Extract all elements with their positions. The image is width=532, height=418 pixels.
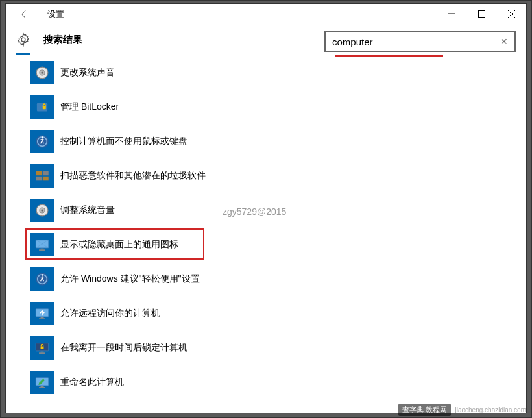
result-label: 重命名此计算机 bbox=[60, 376, 124, 388]
remote-icon bbox=[30, 302, 54, 325]
result-item[interactable]: 管理 BitLocker bbox=[30, 94, 290, 120]
result-label: 显示或隐藏桌面上的通用图标 bbox=[60, 239, 178, 251]
annotation-underline bbox=[335, 55, 443, 57]
result-item[interactable]: 允许 Windows 建议"轻松使用"设置 bbox=[30, 266, 290, 292]
close-button[interactable] bbox=[496, 4, 526, 23]
svg-rect-1 bbox=[478, 10, 485, 17]
result-item[interactable]: 扫描恶意软件和其他潜在的垃圾软件 bbox=[30, 163, 290, 189]
svg-point-7 bbox=[41, 71, 43, 73]
svg-rect-31 bbox=[41, 352, 44, 353]
monitor-icon bbox=[30, 233, 54, 256]
accessibility-icon bbox=[30, 130, 54, 153]
clear-search-icon[interactable]: ✕ bbox=[498, 36, 511, 47]
svg-rect-35 bbox=[39, 387, 45, 388]
results-list: 更改系统声音管理 BitLocker控制计算机而不使用鼠标或键盘扫描恶意软件和其… bbox=[30, 60, 290, 404]
svg-point-4 bbox=[21, 38, 25, 42]
speaker-icon bbox=[30, 61, 54, 84]
defender-icon bbox=[30, 164, 54, 188]
svg-rect-30 bbox=[41, 347, 44, 349]
svg-rect-27 bbox=[41, 317, 44, 319]
settings-window: 设置 搜索结果 bbox=[5, 3, 527, 413]
rename-monitor-icon bbox=[30, 371, 54, 394]
back-button[interactable] bbox=[14, 4, 34, 25]
minimize-button[interactable] bbox=[437, 4, 466, 23]
result-label: 控制计算机而不使用鼠标或键盘 bbox=[60, 136, 187, 147]
result-label: 更改系统声音 bbox=[60, 67, 115, 79]
result-item[interactable]: 重命名此计算机 bbox=[30, 369, 290, 395]
svg-rect-34 bbox=[41, 386, 44, 387]
svg-rect-15 bbox=[36, 177, 42, 181]
search-box[interactable]: ✕ bbox=[324, 31, 516, 52]
gear-icon bbox=[16, 32, 30, 47]
svg-rect-13 bbox=[36, 171, 42, 176]
result-item[interactable]: 更改系统声音 bbox=[30, 60, 290, 86]
svg-rect-16 bbox=[43, 177, 49, 181]
result-label: 扫描恶意软件和其他潜在的垃圾软件 bbox=[60, 170, 206, 182]
search-input[interactable] bbox=[332, 36, 498, 47]
page-title: 搜索结果 bbox=[43, 34, 82, 46]
svg-rect-14 bbox=[43, 171, 49, 176]
window-title: 设置 bbox=[47, 8, 64, 20]
svg-point-19 bbox=[41, 209, 43, 211]
footer-badge: 查字典 教程网 bbox=[398, 404, 451, 416]
svg-rect-32 bbox=[39, 352, 45, 354]
titlebar: 设置 bbox=[6, 4, 526, 25]
result-item[interactable]: 允许远程访问你的计算机 bbox=[30, 301, 290, 326]
footer-url: jiaocheng.chazidian.com bbox=[455, 406, 526, 413]
title-underline bbox=[16, 53, 30, 55]
result-label: 调整系统音量 bbox=[60, 204, 115, 216]
svg-rect-9 bbox=[43, 106, 46, 109]
svg-rect-28 bbox=[39, 318, 45, 319]
maximize-button[interactable] bbox=[466, 4, 496, 23]
result-label: 允许 Windows 建议"轻松使用"设置 bbox=[60, 273, 200, 285]
svg-point-25 bbox=[42, 274, 43, 275]
result-label: 允许远程访问你的计算机 bbox=[60, 308, 160, 319]
lock-monitor-icon bbox=[30, 336, 54, 360]
result-item[interactable]: 显示或隐藏桌面上的通用图标 bbox=[30, 232, 290, 258]
svg-point-12 bbox=[42, 136, 43, 138]
svg-rect-21 bbox=[41, 249, 44, 250]
watermark-text: zgy5729@2015 bbox=[223, 206, 286, 217]
footer-watermark: 查字典 教程网 jiaocheng.chazidian.com bbox=[398, 404, 526, 416]
result-label: 在我离开一段时间后锁定计算机 bbox=[60, 342, 187, 354]
bitlocker-icon bbox=[30, 95, 54, 119]
speaker-icon bbox=[30, 199, 54, 222]
svg-rect-22 bbox=[39, 249, 45, 251]
accessibility-icon bbox=[30, 267, 54, 291]
result-item[interactable]: 控制计算机而不使用鼠标或键盘 bbox=[30, 129, 290, 154]
result-item[interactable]: 在我离开一段时间后锁定计算机 bbox=[30, 335, 290, 361]
result-label: 管理 BitLocker bbox=[60, 101, 119, 113]
